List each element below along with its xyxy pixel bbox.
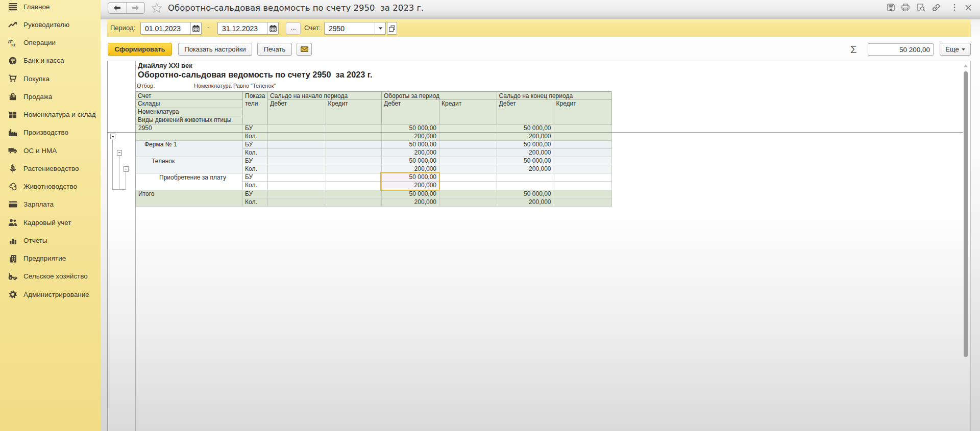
generate-button[interactable]: Сформировать <box>108 43 172 56</box>
row-indicator[interactable]: БУ <box>243 190 268 198</box>
row-indicator[interactable]: БУ <box>243 173 268 182</box>
value-cell[interactable]: 200,000 <box>497 165 554 173</box>
header-3[interactable]: Номенклатура <box>136 108 243 116</box>
value-cell[interactable] <box>268 173 326 182</box>
value-cell[interactable]: 200,000 <box>497 133 554 141</box>
sidebar-item-6[interactable]: Продажа <box>0 88 101 106</box>
value-cell[interactable] <box>439 141 497 149</box>
header-credit[interactable]: Кредит <box>439 100 497 124</box>
sum-field[interactable]: 50 200,00 <box>868 43 934 56</box>
value-cell[interactable] <box>554 157 612 165</box>
sidebar-item-4[interactable]: Банк и касса <box>0 52 101 69</box>
value-cell[interactable] <box>439 165 497 173</box>
value-cell[interactable] <box>326 133 382 141</box>
value-cell[interactable] <box>268 133 326 141</box>
account-input[interactable]: 2950 <box>324 22 386 35</box>
sidebar-item-1[interactable]: Главное <box>0 0 101 16</box>
account-dropdown-button[interactable] <box>375 22 385 34</box>
row-indicator[interactable]: Кол. <box>243 133 268 141</box>
value-cell[interactable] <box>554 141 612 149</box>
value-cell[interactable] <box>554 124 612 133</box>
tree-collapse-toggle-1[interactable] <box>110 134 115 139</box>
tree-collapse-toggle-2[interactable] <box>117 150 122 156</box>
value-cell[interactable] <box>439 190 497 198</box>
header-2[interactable]: Склады <box>136 100 243 108</box>
value-cell[interactable]: 50 000,00 <box>497 157 554 165</box>
row-indicator[interactable]: БУ <box>243 124 268 133</box>
value-cell[interactable] <box>326 165 382 173</box>
value-cell[interactable] <box>326 157 382 165</box>
more-button[interactable]: Еще <box>940 43 971 56</box>
value-cell[interactable] <box>439 173 497 182</box>
row-label[interactable]: 2950 <box>136 124 243 141</box>
sidebar-item-11[interactable]: Животноводство <box>0 178 101 195</box>
row-indicator[interactable]: Кол. <box>243 149 268 157</box>
sidebar-item-8[interactable]: Производство <box>0 123 101 141</box>
value-cell[interactable] <box>268 141 326 149</box>
sidebar-item-15[interactable]: Предприятие <box>0 249 101 267</box>
value-cell[interactable] <box>554 182 612 190</box>
preview-icon[interactable] <box>917 4 925 11</box>
row-label[interactable]: Теленок <box>136 157 243 173</box>
header-credit[interactable]: Кредит <box>554 100 612 124</box>
date-from-calendar-button[interactable] <box>190 22 201 34</box>
value-cell[interactable]: 50 000,00 <box>497 124 554 133</box>
show-settings-button[interactable]: Показать настройки <box>178 43 252 56</box>
row-indicator[interactable]: Кол. <box>243 198 268 207</box>
value-cell[interactable] <box>326 141 382 149</box>
value-cell[interactable]: 200,000 <box>382 133 439 141</box>
sidebar-item-10[interactable]: Растениеводство <box>0 160 101 178</box>
value-cell[interactable] <box>439 133 497 141</box>
value-cell[interactable] <box>268 124 326 133</box>
row-label[interactable]: Ферма № 1 <box>136 141 243 157</box>
value-cell[interactable] <box>439 182 497 190</box>
date-to-input[interactable]: 31.12.2023 <box>217 22 279 35</box>
value-cell[interactable] <box>326 182 382 190</box>
save-icon[interactable] <box>887 4 895 11</box>
value-cell[interactable]: 50 000,00 <box>497 190 554 198</box>
row-indicator[interactable]: БУ <box>243 157 268 165</box>
forward-button[interactable] <box>126 3 144 13</box>
value-cell[interactable] <box>439 157 497 165</box>
header-credit[interactable]: Кредит <box>326 100 382 124</box>
value-cell[interactable] <box>439 198 497 207</box>
header-group[interactable]: Обороты за период <box>382 92 497 100</box>
date-to-calendar-button[interactable] <box>267 22 278 34</box>
scroll-up-icon[interactable] <box>963 64 968 68</box>
choose-period-button[interactable]: ... <box>286 22 301 35</box>
tree-collapse-toggle-3[interactable] <box>124 166 129 172</box>
print-button[interactable]: Печать <box>257 43 292 56</box>
value-cell[interactable] <box>554 198 612 207</box>
value-cell[interactable] <box>268 190 326 198</box>
close-icon[interactable] <box>964 4 972 11</box>
value-cell[interactable] <box>326 149 382 157</box>
value-cell[interactable]: 50 000,00 <box>382 157 439 165</box>
value-cell[interactable] <box>554 173 612 182</box>
row-label[interactable]: Приобретение за плату <box>136 173 243 190</box>
sidebar-item-17[interactable]: Администрирование <box>0 286 101 303</box>
value-cell[interactable] <box>554 165 612 173</box>
sidebar-item-3[interactable]: ДтКтОперации <box>0 34 101 52</box>
sidebar-item-12[interactable]: Зарплата <box>0 195 101 213</box>
value-cell[interactable] <box>326 198 382 207</box>
value-cell[interactable]: 200,000 <box>382 198 439 207</box>
value-cell[interactable] <box>268 157 326 165</box>
row-indicator[interactable]: Кол. <box>243 182 268 190</box>
value-cell[interactable]: 50 000,00 <box>382 190 439 198</box>
value-cell[interactable]: 200,000 <box>497 198 554 207</box>
header-group[interactable]: Сальдо на начало периода <box>268 92 382 100</box>
value-cell[interactable] <box>497 173 554 182</box>
value-cell[interactable] <box>326 124 382 133</box>
kebab-icon[interactable] <box>950 4 959 11</box>
value-cell[interactable]: 200,000 <box>497 149 554 157</box>
date-from-input[interactable]: 01.01.2023 <box>140 22 202 35</box>
account-open-button[interactable] <box>387 22 397 35</box>
row-indicator[interactable]: Кол. <box>243 165 268 173</box>
sidebar-item-9[interactable]: ОС и НМА <box>0 142 101 160</box>
header-debit[interactable]: Дебет <box>497 100 554 124</box>
header-debit[interactable]: Дебет <box>382 100 439 124</box>
sidebar-item-16[interactable]: Сельское хозяйство <box>0 267 101 285</box>
value-cell[interactable] <box>439 149 497 157</box>
sidebar-item-13[interactable]: Кадровый учет <box>0 214 101 232</box>
value-cell[interactable]: 50 000,00 <box>497 141 554 149</box>
